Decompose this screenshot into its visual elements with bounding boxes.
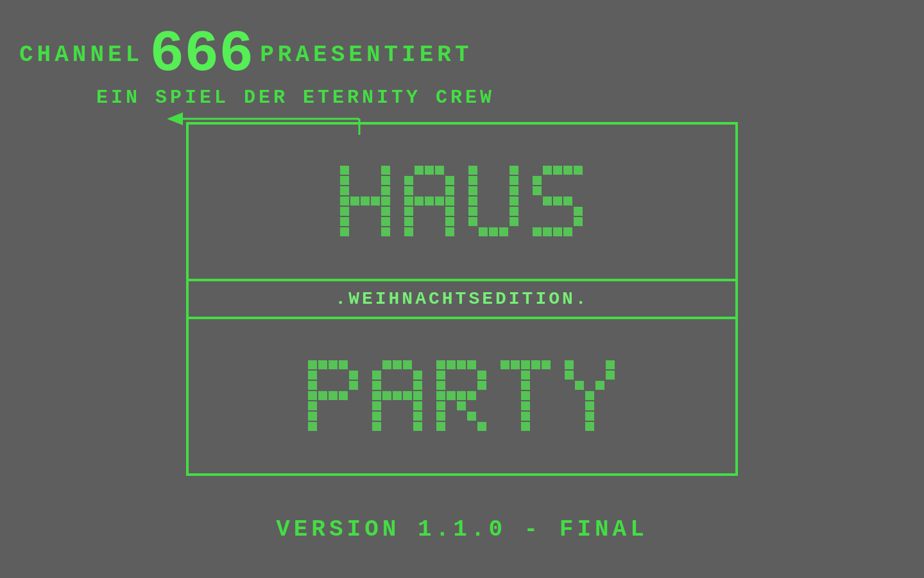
logo-box: .WEIHNACHTSEDITION.	[186, 122, 738, 476]
screen: CHANNEL 666 PRAESENTIERT EIN SPIEL DER E…	[0, 0, 924, 578]
channel-label: CHANNEL	[19, 42, 143, 68]
channel-number: 666	[150, 26, 253, 83]
party-canvas	[212, 332, 712, 460]
haus-section	[189, 125, 735, 279]
edition-text: .WEIHNACHTSEDITION.	[335, 289, 588, 309]
haus-canvas	[212, 137, 712, 266]
version-text: VERSION 1.1.0 - FINAL	[276, 516, 648, 543]
logo-container: .WEIHNACHTSEDITION.	[186, 122, 738, 476]
svg-marker-1	[167, 112, 183, 125]
weihnacht-section: .WEIHNACHTSEDITION.	[189, 279, 735, 319]
subtitle: EIN SPIEL DER ETERNITY CREW	[19, 87, 924, 109]
header: CHANNEL 666 PRAESENTIERT EIN SPIEL DER E…	[0, 26, 924, 109]
channel-line: CHANNEL 666 PRAESENTIERT	[19, 26, 924, 83]
praesentiert-label: PRAESENTIERT	[260, 42, 472, 68]
party-section	[189, 319, 735, 473]
